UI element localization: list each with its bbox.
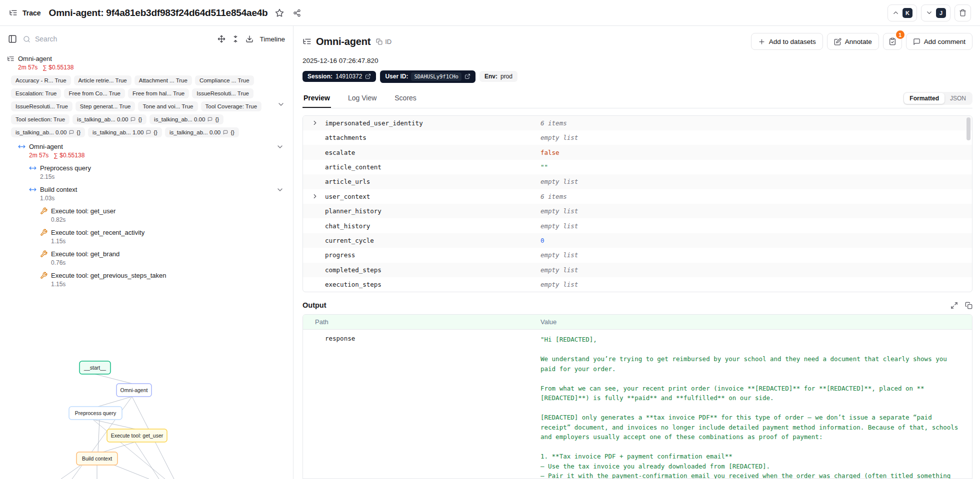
tree-node-build-context[interactable]: Build context1.03s bbox=[7, 186, 285, 202]
row-value: false bbox=[540, 149, 972, 156]
chevron-down-icon[interactable] bbox=[276, 186, 284, 194]
preview-row-impersonated-user-identity[interactable]: impersonated_user_identity6 items bbox=[303, 116, 972, 130]
format-option-formatted[interactable]: Formatted bbox=[904, 93, 944, 104]
score-badge[interactable]: Escalation: True bbox=[11, 88, 61, 98]
score-badge-label: Free from hal... True bbox=[132, 90, 184, 96]
tree-node-omni-agent[interactable]: Omni-agent2m 57s∑ $0.55138 bbox=[7, 143, 285, 159]
preview-row-completed-steps[interactable]: completed_stepsempty list bbox=[303, 263, 972, 277]
score-badge[interactable]: Attachment ... True bbox=[134, 75, 192, 85]
move-horizontal-icon bbox=[29, 186, 36, 193]
output-row-response[interactable]: response "Hi [REDACTED], We understand y… bbox=[303, 330, 972, 479]
annotate-button[interactable]: Annotate bbox=[827, 33, 879, 50]
score-badge-comment: {} bbox=[230, 129, 234, 135]
env-label: Env: bbox=[484, 73, 498, 80]
preview-row-article-content[interactable]: article_content"" bbox=[303, 160, 972, 174]
comment-icon bbox=[223, 130, 228, 135]
score-badge[interactable]: IssueResoluti... True bbox=[11, 101, 72, 111]
score-badge[interactable]: Step generat... True bbox=[76, 101, 136, 111]
external-link-icon bbox=[365, 73, 371, 79]
preview-row-execution-steps[interactable]: execution_stepsempty list bbox=[303, 277, 972, 292]
preview-row-escalate[interactable]: escalatefalse bbox=[303, 145, 972, 159]
format-option-json[interactable]: JSON bbox=[944, 93, 972, 104]
tab-preview[interactable]: Preview bbox=[302, 91, 331, 108]
preview-row-article-urls[interactable]: article_urlsempty list bbox=[303, 174, 972, 189]
delete-trace-button[interactable] bbox=[954, 4, 971, 21]
row-key: attachments bbox=[325, 134, 366, 141]
expand-all-icon[interactable] bbox=[218, 35, 226, 43]
score-badge-label: is_talking_ab... 0.00 bbox=[77, 116, 128, 122]
timeline-toggle[interactable]: Timeline bbox=[260, 35, 285, 43]
wrench-icon bbox=[40, 207, 48, 215]
chevron-down-icon[interactable] bbox=[277, 100, 285, 108]
add-comment-button[interactable]: Add comment bbox=[906, 33, 972, 50]
chevron-right-icon[interactable] bbox=[312, 193, 318, 200]
row-value: "" bbox=[540, 163, 972, 171]
tree-node-execute-tool-get-recent-activity[interactable]: Execute tool: get_recent_activity1.15s bbox=[7, 229, 285, 245]
tree-node-execute-tool-get-user[interactable]: Execute tool: get_user0.82s bbox=[7, 207, 285, 223]
preview-row-user-context[interactable]: user_context6 items bbox=[303, 189, 972, 204]
graph-node-execute-tool-get-user[interactable]: Execute tool: get_user bbox=[107, 429, 167, 442]
graph-node-preprocess-query[interactable]: Preprocess query bbox=[69, 407, 122, 420]
score-badge[interactable]: is_talking_ab... 0.00{} bbox=[150, 114, 224, 124]
tree-node-execute-tool-get-brand[interactable]: Execute tool: get_brand0.76s bbox=[7, 250, 285, 266]
tree-node-preprocess-query[interactable]: Preprocess query2.15s bbox=[7, 164, 285, 180]
prev-trace-button[interactable]: K bbox=[888, 4, 917, 21]
preview-row-chat-history[interactable]: chat_historyempty list bbox=[303, 218, 972, 233]
graph-node-build-context[interactable]: Build context bbox=[76, 452, 118, 465]
next-trace-button[interactable]: J bbox=[921, 4, 950, 21]
score-badge[interactable]: Tool Coverage: True bbox=[201, 101, 262, 111]
score-badge-label: Step generat... True bbox=[80, 103, 131, 109]
session-badge[interactable]: Session: 14910372 bbox=[302, 71, 376, 82]
copy-id-button[interactable]: ID bbox=[376, 38, 392, 45]
search-box[interactable] bbox=[23, 35, 212, 43]
panel-left-icon[interactable] bbox=[8, 34, 17, 43]
format-toggle[interactable]: FormattedJSON bbox=[903, 92, 972, 105]
trace-detail-panel: Omni-agent ID Add to datasets Annotate 1 bbox=[294, 26, 980, 479]
score-badge-comment: {} bbox=[138, 116, 142, 122]
fold-icon[interactable] bbox=[232, 35, 240, 43]
chevron-right-icon[interactable] bbox=[312, 119, 318, 126]
score-badge[interactable]: is_talking_ab... 0.00{} bbox=[72, 114, 146, 124]
download-icon[interactable] bbox=[246, 35, 254, 43]
duration-label: 0.76s bbox=[51, 259, 66, 266]
bookmark-button[interactable] bbox=[273, 6, 286, 19]
preview-row-attachments[interactable]: attachmentsempty list bbox=[303, 130, 972, 145]
graph-node-label: Execute tool: get_user bbox=[111, 433, 164, 439]
score-badge[interactable]: Tool selection: True bbox=[11, 114, 70, 124]
expand-icon[interactable] bbox=[950, 302, 958, 309]
tab-scores[interactable]: Scores bbox=[394, 91, 418, 108]
graph-node-start[interactable]: __start__ bbox=[80, 361, 110, 374]
score-badge[interactable]: Accuracy - R... True bbox=[11, 75, 71, 85]
annotation-queue-button[interactable]: 1 bbox=[883, 33, 902, 50]
score-badge[interactable]: is_talking_ab... 0.00{} bbox=[11, 127, 85, 137]
user-id-badge[interactable]: User ID: SDAHUSLy9f1CHo bbox=[380, 70, 476, 83]
output-header: Output bbox=[302, 301, 972, 309]
graph-node-omni-agent[interactable]: Omni-agent bbox=[116, 384, 152, 397]
score-badge[interactable]: Tone and voi... True bbox=[138, 101, 198, 111]
preview-row-planner-history[interactable]: planner_historyempty list bbox=[303, 204, 972, 218]
score-badge[interactable]: Free from hal... True bbox=[128, 88, 189, 98]
score-badge[interactable]: Compliance ... True bbox=[195, 75, 254, 85]
add-to-datasets-button[interactable]: Add to datasets bbox=[751, 33, 823, 50]
score-badge[interactable]: IssueResoluti... True bbox=[192, 88, 254, 98]
chevron-down-icon[interactable] bbox=[276, 143, 284, 151]
tab-log-view[interactable]: Log View bbox=[347, 91, 378, 108]
search-icon bbox=[23, 35, 30, 43]
score-badge-label: Accuracy - R... True bbox=[16, 77, 66, 83]
scrollbar-thumb[interactable] bbox=[966, 117, 970, 140]
move-horizontal-icon bbox=[18, 143, 26, 150]
row-value: empty list bbox=[540, 266, 972, 274]
copy-icon[interactable] bbox=[965, 302, 972, 309]
tree-node-label: Execute tool: get_brand bbox=[51, 250, 120, 258]
preview-row-progress[interactable]: progressempty list bbox=[303, 248, 972, 262]
tree-node-execute-tool-get-previous-steps-taken[interactable]: Execute tool: get_previous_steps_taken1.… bbox=[7, 272, 285, 288]
chevron-down-icon bbox=[926, 9, 933, 16]
score-badge[interactable]: is_talking_ab... 1.00{} bbox=[88, 127, 162, 137]
score-badge[interactable]: is_talking_ab... 0.00{} bbox=[165, 127, 239, 137]
tree-node-omni-agent[interactable]: Omni-agent2m 57s∑ $0.55138Accuracy - R..… bbox=[7, 55, 285, 137]
score-badge[interactable]: Article retrie... True bbox=[74, 75, 132, 85]
search-input[interactable] bbox=[35, 35, 212, 43]
score-badge[interactable]: Free from Co... True bbox=[64, 88, 125, 98]
share-button[interactable] bbox=[291, 7, 303, 19]
preview-row-current-cycle[interactable]: current_cycle0 bbox=[303, 233, 972, 248]
